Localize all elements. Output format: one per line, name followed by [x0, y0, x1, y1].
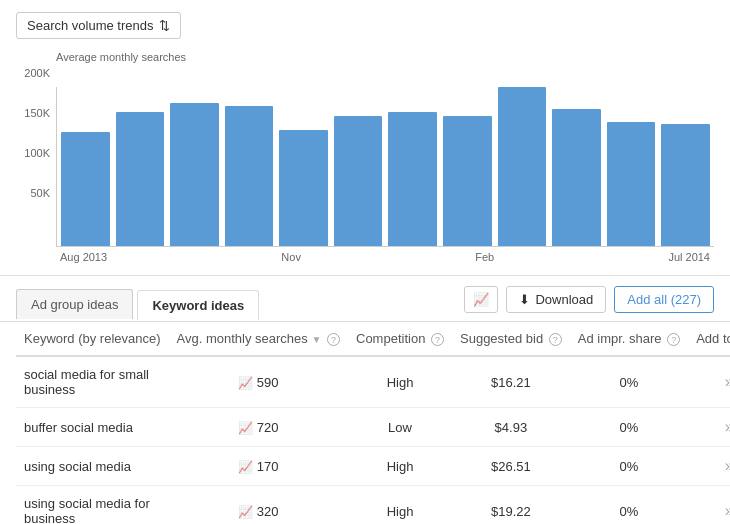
trend-chart-button[interactable]: 📈 — [464, 286, 498, 313]
table-body: social media for small business 📈 590 Hi… — [16, 356, 730, 524]
y-axis-label: Average monthly searches — [56, 51, 714, 63]
add-cell: » — [688, 447, 730, 486]
chart-bar — [116, 112, 165, 246]
bid-cell: $19.22 — [452, 486, 570, 524]
chart-bar — [170, 103, 219, 246]
col-header-bid[interactable]: Suggested bid ? — [452, 322, 570, 356]
x-label-aug: Aug 2013 — [60, 251, 107, 263]
table-row: using social media for business 📈 320 Hi… — [16, 486, 730, 524]
table-row: using social media 📈 170 High $26.51 0% … — [16, 447, 730, 486]
chart-area: Average monthly searches 200K 150K 100K … — [16, 47, 714, 267]
chart-bar — [279, 130, 328, 246]
col-header-add: Add to plan — [688, 322, 730, 356]
dropdown-arrow-icon: ⇅ — [159, 18, 170, 33]
add-to-plan-icon[interactable]: » — [725, 502, 730, 519]
y-axis: 200K 150K 100K 50K — [16, 67, 56, 227]
monthly-cell: 📈 590 — [169, 356, 348, 408]
download-icon: ⬇ — [519, 292, 530, 307]
chart-bar — [225, 106, 274, 246]
competition-help-icon[interactable]: ? — [431, 333, 444, 346]
y-tick-100k: 100K — [24, 147, 50, 159]
chart-container: 200K 150K 100K 50K — [16, 67, 714, 247]
chart-bar — [552, 109, 601, 246]
add-cell: » — [688, 408, 730, 447]
competition-cell: High — [348, 486, 452, 524]
monthly-sort-icon: ▼ — [311, 334, 321, 345]
x-label-nov: Nov — [281, 251, 301, 263]
keyword-cell: using social media for business — [16, 486, 169, 524]
trend-chart-icon: 📈 — [473, 292, 489, 307]
y-tick-50k: 50K — [30, 187, 50, 199]
trend-mini-icon[interactable]: 📈 — [238, 421, 253, 435]
trend-mini-icon[interactable]: 📈 — [238, 376, 253, 390]
table-row: buffer social media 📈 720 Low $4.93 0% » — [16, 408, 730, 447]
competition-cell: Low — [348, 408, 452, 447]
y-tick-150k: 150K — [24, 107, 50, 119]
tab-keyword-ideas[interactable]: Keyword ideas — [137, 290, 259, 320]
bid-help-icon[interactable]: ? — [549, 333, 562, 346]
download-button[interactable]: ⬇ Download — [506, 286, 606, 313]
chart-bar — [661, 124, 710, 246]
monthly-cell: 📈 170 — [169, 447, 348, 486]
chart-bar — [388, 112, 437, 246]
add-to-plan-icon[interactable]: » — [725, 457, 730, 474]
keyword-cell: using social media — [16, 447, 169, 486]
impr-cell: 0% — [570, 356, 688, 408]
competition-cell: High — [348, 447, 452, 486]
chart-bar — [443, 116, 492, 246]
tab-ad-group-ideas[interactable]: Ad group ideas — [16, 289, 133, 319]
col-header-impr[interactable]: Ad impr. share ? — [570, 322, 688, 356]
keywords-table: Keyword (by relevance) Avg. monthly sear… — [16, 322, 730, 524]
monthly-cell: 📈 320 — [169, 486, 348, 524]
trend-mini-icon[interactable]: 📈 — [238, 460, 253, 474]
keyword-cell: buffer social media — [16, 408, 169, 447]
monthly-help-icon[interactable]: ? — [327, 333, 340, 346]
x-label-jul: Jul 2014 — [668, 251, 710, 263]
tabs-section: Ad group ideas Keyword ideas 📈 ⬇ Downloa… — [0, 276, 730, 322]
x-label-feb: Feb — [475, 251, 494, 263]
col-header-keyword: Keyword (by relevance) — [16, 322, 169, 356]
add-to-plan-icon[interactable]: » — [725, 373, 730, 390]
download-label: Download — [535, 292, 593, 307]
impr-cell: 0% — [570, 408, 688, 447]
chart-bar — [607, 122, 656, 246]
table-header-row: Keyword (by relevance) Avg. monthly sear… — [16, 322, 730, 356]
chart-bar — [498, 87, 547, 246]
add-cell: » — [688, 356, 730, 408]
keyword-cell: social media for small business — [16, 356, 169, 408]
col-header-competition[interactable]: Competition ? — [348, 322, 452, 356]
tabs-right: 📈 ⬇ Download Add all (227) — [464, 286, 714, 321]
bid-cell: $26.51 — [452, 447, 570, 486]
tabs-left: Ad group ideas Keyword ideas — [16, 289, 259, 319]
chart-header: Search volume trends ⇅ — [16, 12, 714, 39]
trend-mini-icon[interactable]: 📈 — [238, 505, 253, 519]
x-labels: Aug 2013 Nov Feb Jul 2014 — [56, 251, 714, 263]
bid-cell: $4.93 — [452, 408, 570, 447]
bars-wrapper — [56, 87, 714, 247]
impr-cell: 0% — [570, 486, 688, 524]
table-row: social media for small business 📈 590 Hi… — [16, 356, 730, 408]
impr-help-icon[interactable]: ? — [667, 333, 680, 346]
col-header-monthly[interactable]: Avg. monthly searches ▼ ? — [169, 322, 348, 356]
y-tick-200k: 200K — [24, 67, 50, 79]
bid-cell: $16.21 — [452, 356, 570, 408]
table-section: Keyword (by relevance) Avg. monthly sear… — [0, 322, 730, 524]
chart-section: Search volume trends ⇅ Average monthly s… — [0, 0, 730, 276]
add-all-button[interactable]: Add all (227) — [614, 286, 714, 313]
competition-cell: High — [348, 356, 452, 408]
impr-cell: 0% — [570, 447, 688, 486]
chart-bar — [334, 116, 383, 246]
search-volume-dropdown[interactable]: Search volume trends ⇅ — [16, 12, 181, 39]
chart-bar — [61, 132, 110, 246]
x-axis: Aug 2013 Nov Feb Jul 2014 — [16, 251, 714, 263]
add-cell: » — [688, 486, 730, 524]
add-to-plan-icon[interactable]: » — [725, 418, 730, 435]
monthly-cell: 📈 720 — [169, 408, 348, 447]
dropdown-label: Search volume trends — [27, 18, 153, 33]
